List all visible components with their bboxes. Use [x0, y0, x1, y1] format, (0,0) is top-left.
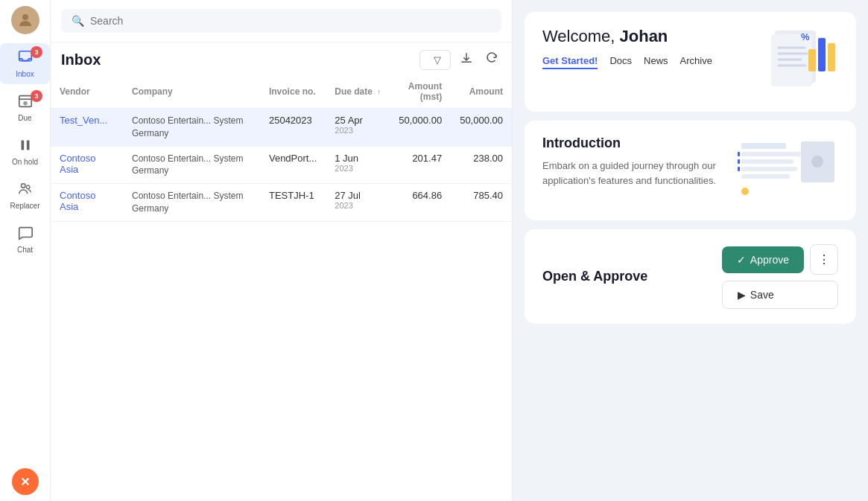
download-button[interactable] [457, 48, 476, 71]
approve-title: Open & Approve [542, 269, 647, 284]
app-logo: ✕ [12, 468, 39, 495]
svg-rect-23 [741, 174, 790, 179]
more-options-button[interactable]: ⋮ [810, 244, 838, 275]
svg-rect-26 [738, 167, 740, 171]
nav-docs[interactable]: Docs [609, 55, 632, 69]
approve-check-icon: ✓ [737, 254, 746, 266]
cell-vendor: Contoso Asia [51, 184, 123, 222]
refresh-button[interactable] [482, 48, 501, 71]
filter-icon: ▽ [434, 54, 441, 66]
filter-button[interactable]: ▽ [419, 50, 451, 70]
table-row[interactable]: Contoso Asia Contoso Entertain... System… [51, 184, 512, 222]
sidebar-item-due-label: Due [18, 114, 31, 122]
svg-point-0 [22, 14, 28, 20]
replacer-icon [17, 181, 34, 200]
cell-duedate: 1 Jun 2023 [326, 146, 390, 184]
col-vendor: Vendor [51, 75, 123, 109]
svg-rect-16 [818, 38, 826, 71]
table-row[interactable]: Contoso Asia Contoso Entertain... System… [51, 146, 512, 184]
cell-invoice: TESTJH-1 [260, 184, 326, 222]
cell-amount: 50,000.00 [451, 109, 512, 147]
chat-icon [17, 225, 34, 243]
sidebar-item-onhold[interactable]: On hold [0, 131, 50, 172]
cell-company: Contoso Entertain... System Germany [123, 109, 260, 147]
save-button[interactable]: ▶ Save [722, 281, 838, 309]
col-company: Company [123, 75, 260, 109]
search-icon: 🔍 [72, 15, 84, 27]
cell-duedate: 27 Jul 2023 [326, 184, 390, 222]
cell-duedate: 25 Apr 2023 [326, 109, 390, 147]
intro-card: Introduction Embark on a guided journey … [525, 121, 856, 220]
col-amount-mst: Amount(mst) [390, 75, 451, 109]
inbox-table: Vendor Company Invoice no. Due date ↑ Am… [51, 75, 512, 501]
sidebar-item-due[interactable]: Due 3 [0, 87, 50, 128]
approve-actions: ✓ Approve ⋮ ▶ Save [722, 244, 838, 309]
sidebar-item-chat[interactable]: Chat [0, 219, 50, 260]
svg-rect-20 [741, 152, 801, 156]
welcome-nav: Get Started! Docs News Archive [542, 55, 712, 69]
svg-rect-25 [738, 159, 740, 164]
welcome-text: Welcome, Johan Get Started! Docs News Ar… [542, 27, 712, 69]
approve-card: Open & Approve ✓ Approve ⋮ ▶ Save [525, 229, 856, 324]
welcome-card: Welcome, Johan Get Started! Docs News Ar… [525, 12, 856, 112]
cell-vendor: Test_Ven... [51, 109, 123, 147]
nav-news[interactable]: News [644, 55, 668, 69]
cell-amount-mst: 50,000.00 [390, 109, 451, 147]
cell-invoice: 25042023 [260, 109, 326, 147]
inbox-actions: ▽ [419, 48, 501, 71]
svg-text:%: % [801, 31, 810, 42]
svg-point-4 [23, 101, 28, 106]
search-bar: 🔍 [51, 0, 512, 42]
svg-point-28 [811, 156, 823, 167]
sidebar-item-inbox-label: Inbox [16, 70, 34, 78]
col-duedate[interactable]: Due date ↑ [326, 75, 390, 109]
svg-rect-22 [741, 167, 797, 171]
right-panel: Welcome, Johan Get Started! Docs News Ar… [513, 0, 868, 501]
svg-rect-6 [26, 141, 29, 150]
intro-text: Introduction Embark on a guided journey … [542, 135, 722, 188]
inbox-header: Inbox ▽ [51, 42, 512, 75]
cell-amount: 785.40 [451, 184, 512, 222]
approve-button[interactable]: ✓ Approve [722, 246, 804, 273]
sort-asc-icon: ↑ [377, 88, 381, 96]
sidebar-item-inbox[interactable]: Inbox 3 [0, 43, 50, 84]
sidebar-item-replacer-label: Replacer [10, 202, 39, 210]
cell-invoice: VendPort... [260, 146, 326, 184]
onhold-icon [17, 137, 34, 156]
sidebar-item-onhold-label: On hold [12, 158, 38, 166]
inbox-panel: 🔍 Inbox ▽ [51, 0, 513, 501]
main-content: 🔍 Inbox ▽ [51, 0, 868, 501]
col-amount: Amount [451, 75, 512, 109]
svg-rect-5 [21, 141, 24, 150]
sidebar-item-chat-label: Chat [17, 246, 33, 254]
cell-company: Contoso Entertain... System Germany [123, 184, 260, 222]
svg-rect-24 [738, 152, 740, 156]
svg-rect-15 [808, 49, 816, 71]
svg-rect-19 [741, 143, 786, 149]
sidebar: Inbox 3 Due 3 On hold [0, 0, 51, 501]
intro-description: Embark on a guided journey through our a… [542, 159, 722, 188]
nav-archive[interactable]: Archive [680, 55, 712, 69]
cell-amount: 238.00 [451, 146, 512, 184]
due-badge: 3 [31, 90, 42, 102]
nav-get-started[interactable]: Get Started! [542, 55, 598, 69]
svg-point-29 [741, 188, 749, 195]
svg-point-7 [21, 184, 25, 188]
welcome-illustration: % [749, 27, 838, 97]
cell-company: Contoso Entertain... System Germany [123, 146, 260, 184]
intro-title: Introduction [542, 135, 722, 151]
search-input-wrap[interactable]: 🔍 [61, 9, 501, 33]
welcome-title: Welcome, Johan [542, 27, 712, 46]
col-invoice: Invoice no. [260, 75, 326, 109]
cell-vendor: Contoso Asia [51, 146, 123, 184]
search-input[interactable] [90, 15, 491, 27]
inbox-badge: 3 [31, 46, 42, 58]
avatar [11, 6, 39, 34]
cell-amount-mst: 201.47 [390, 146, 451, 184]
sidebar-bottom: ✕ [12, 468, 39, 495]
sidebar-item-replacer[interactable]: Replacer [0, 175, 50, 216]
svg-rect-17 [828, 43, 835, 71]
table-row[interactable]: Test_Ven... Contoso Entertain... System … [51, 109, 512, 147]
inbox-title: Inbox [61, 51, 101, 68]
save-icon: ▶ [738, 289, 746, 301]
